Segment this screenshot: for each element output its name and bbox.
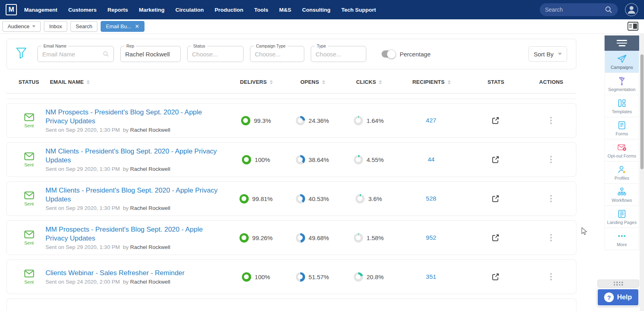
stats-external-link-icon[interactable] <box>465 195 526 203</box>
tab-audience[interactable]: Audience <box>2 21 41 32</box>
row-actions-menu[interactable] <box>526 193 576 204</box>
panel-toggle-icon[interactable] <box>627 22 638 32</box>
user-avatar[interactable] <box>625 3 638 17</box>
sidebar-item-label: Landing Pages <box>607 220 636 225</box>
clicks-cell: 20.8% <box>341 272 397 282</box>
opens-value: 51.57% <box>309 274 329 280</box>
stats-external-link-icon[interactable] <box>465 234 526 242</box>
email-name-cell: MM Prospects - President's Blog Sept. 20… <box>45 225 228 251</box>
close-icon[interactable]: ✕ <box>135 23 139 29</box>
nav-item-customers[interactable]: Customers <box>68 7 97 13</box>
app-logo[interactable]: M <box>6 4 17 15</box>
clicks-donut-icon <box>354 155 363 164</box>
sort-arrows-icon[interactable] <box>379 80 382 84</box>
email-name-link[interactable]: MM Prospects - President's Blog Sept. 20… <box>45 226 203 242</box>
kebab-icon[interactable] <box>549 154 553 165</box>
campaign-type-select[interactable] <box>255 51 299 58</box>
window-scrollbar[interactable] <box>640 34 644 311</box>
sidebar-item-label: Forms <box>615 131 628 136</box>
filter-funnel-icon <box>16 47 27 61</box>
status-select[interactable] <box>192 51 239 58</box>
tab-label: Inbox <box>49 23 62 29</box>
stats-external-link-icon[interactable] <box>465 273 526 281</box>
email-name-link[interactable]: NM Clients - President's Blog Sept. 2020… <box>45 147 217 164</box>
nav-item-m-s[interactable]: M&S <box>279 7 291 13</box>
search-icon[interactable] <box>605 6 613 14</box>
column-header-email-name[interactable]: EMAIL NAME <box>45 79 90 85</box>
sidebar-item-campaigns[interactable]: Campaigns <box>605 51 639 73</box>
column-header-stats[interactable]: STATS <box>487 79 504 85</box>
sidebar-item-profiles[interactable]: Profiles <box>605 162 639 184</box>
sidebar-item-landing-pages[interactable]: Landing Pages <box>605 206 639 228</box>
sort-arrows-icon[interactable] <box>322 80 325 84</box>
branch-icon <box>617 76 627 86</box>
tab-search[interactable]: Search <box>70 21 97 32</box>
recipients-link[interactable]: 351 <box>397 273 465 280</box>
main-menu: ManagementCustomersReportsMarketingCircu… <box>24 7 376 13</box>
nav-item-tools[interactable]: Tools <box>254 7 268 13</box>
recipients-link[interactable]: 427 <box>397 117 465 124</box>
percentage-toggle[interactable] <box>382 50 395 58</box>
kebab-icon[interactable] <box>549 272 553 282</box>
nav-item-consulting[interactable]: Consulting <box>302 7 331 13</box>
recipients-link[interactable]: 44 <box>397 156 465 163</box>
sort-arrows-icon[interactable] <box>448 80 451 84</box>
nav-item-reports[interactable]: Reports <box>107 7 128 13</box>
row-actions-menu[interactable] <box>526 115 576 126</box>
rep-filter[interactable]: Rep <box>120 46 181 62</box>
help-button[interactable]: ? Help <box>597 288 639 306</box>
sidebar-item-more[interactable]: More <box>605 228 639 250</box>
stats-external-link-icon[interactable] <box>465 156 526 164</box>
sort-by-dropdown[interactable]: Sort By <box>528 46 567 62</box>
org-chart-icon <box>617 187 627 197</box>
campaign-type-filter[interactable]: Campaign Type <box>250 46 304 62</box>
email-name-input[interactable] <box>42 51 103 58</box>
type-filter[interactable]: Type <box>311 46 366 62</box>
email-name-link[interactable]: Clients Webinar - Sales Refresher - Remi… <box>45 269 184 277</box>
tab-email-bu[interactable]: Email Bu...✕ <box>101 21 144 32</box>
tab-inbox[interactable]: Inbox <box>44 21 67 32</box>
column-header-delivers[interactable]: DELIVERS <box>240 79 273 85</box>
global-search-input[interactable]: Search <box>540 3 618 16</box>
nav-item-management[interactable]: Management <box>24 7 58 13</box>
column-header-recipients[interactable]: RECIPIENTS <box>412 79 450 85</box>
sidebar-drag-handle[interactable] <box>597 280 639 288</box>
nav-item-tech-support[interactable]: Tech Support <box>341 7 376 13</box>
sidebar-item-opt-out-forms[interactable]: Opt-out Forms <box>605 139 639 162</box>
status-filter[interactable]: Status <box>187 46 244 62</box>
column-header-actions[interactable]: ACTIONS <box>539 79 564 85</box>
sort-arrows-icon[interactable] <box>270 80 273 84</box>
kebab-icon[interactable] <box>549 193 553 204</box>
column-header-opens[interactable]: OPENS <box>300 79 325 85</box>
scrollbar-thumb[interactable] <box>640 54 644 169</box>
sidebar-item-workflows[interactable]: Workflows <box>605 184 639 206</box>
type-select[interactable] <box>316 51 361 58</box>
sidebar-item-forms[interactable]: Forms <box>605 117 639 139</box>
column-header-clicks[interactable]: CLICKS <box>356 79 382 85</box>
recipients-link[interactable]: 528 <box>397 195 465 202</box>
clicks-donut-icon <box>354 272 363 282</box>
row-actions-menu[interactable] <box>526 154 576 165</box>
kebab-icon[interactable] <box>549 232 553 243</box>
nav-item-production[interactable]: Production <box>215 7 243 13</box>
form-icon <box>617 120 627 130</box>
sidebar-menu-button[interactable] <box>605 35 639 51</box>
row-actions-menu[interactable] <box>526 232 576 243</box>
sort-arrows-icon[interactable] <box>87 80 90 84</box>
nav-item-circulation[interactable]: Circulation <box>175 7 204 13</box>
email-name-link[interactable]: MM Clients - President's Blog Sept. 2020… <box>45 187 218 203</box>
column-header-status[interactable]: STATUS <box>6 79 39 85</box>
kebab-icon[interactable] <box>549 115 553 126</box>
recipients-link[interactable]: 952 <box>397 234 465 241</box>
tab-label: Search <box>76 23 92 29</box>
rep-input[interactable] <box>125 51 176 58</box>
row-actions-menu[interactable] <box>526 272 576 282</box>
sidebar-item-segmentation[interactable]: Segmentation <box>605 73 639 95</box>
sidebar-item-templates[interactable]: Templates <box>605 95 639 117</box>
email-name-link[interactable]: NM Prospects - President's Blog Sept. 20… <box>45 108 202 125</box>
table-row-partial <box>6 299 576 311</box>
stats-external-link-icon[interactable] <box>465 116 526 124</box>
delivers-cell: 100% <box>228 272 284 282</box>
email-name-filter[interactable]: Email Name <box>37 46 114 62</box>
nav-item-marketing[interactable]: Marketing <box>139 7 165 13</box>
